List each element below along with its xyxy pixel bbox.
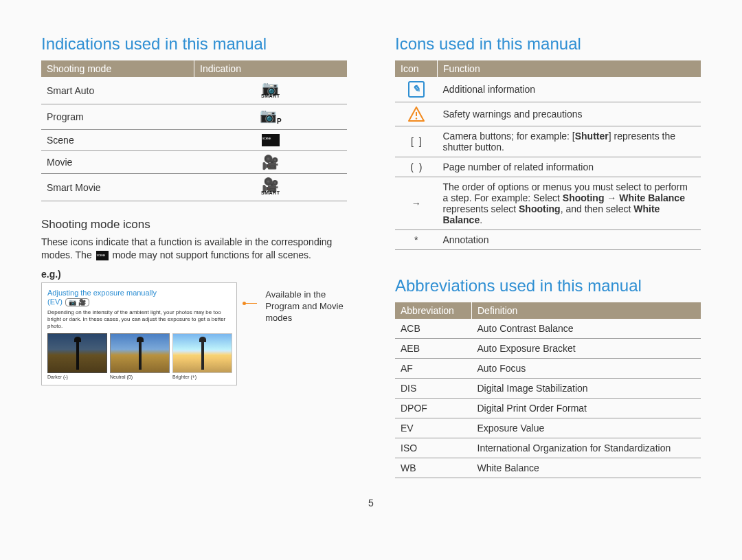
table-abbreviations: Abbreviation Definition ACBAuto Contrast… — [395, 302, 701, 478]
abbr: AF — [395, 359, 472, 379]
th-icon: Icon — [395, 60, 438, 77]
abbr-def: Auto Contrast Balance — [472, 319, 701, 339]
example-ev: (EV) — [47, 298, 63, 306]
abbr-def: Exposure Value — [472, 418, 701, 438]
mode-name: Program — [41, 104, 194, 130]
subheading-mode-icons: Shooting mode icons — [41, 218, 347, 232]
abbr: WB — [395, 458, 472, 478]
table-icons: Icon Function ✎ Additional information S… — [395, 60, 701, 250]
mode-pill-icon: 📷 🎥 — [65, 298, 89, 306]
thumb-brighter — [172, 333, 232, 373]
thumb-darker — [47, 333, 107, 373]
movie-smart-icon: 🎥SMART — [194, 174, 348, 201]
svg-point-1 — [416, 117, 417, 119]
abbr: AEB — [395, 339, 472, 359]
abbr-def: Digital Image Stabilization — [472, 379, 701, 399]
scene-icon — [194, 130, 348, 151]
mode-name: Smart Auto — [41, 77, 194, 104]
icon-function: Additional information — [438, 77, 701, 102]
th-definition: Definition — [472, 302, 701, 319]
thumb-label: Neutral (0) — [110, 374, 168, 379]
info-icon: ✎ — [395, 77, 438, 102]
camera-p-icon: 📷P — [194, 104, 348, 130]
brackets-icon: [ ] — [395, 126, 438, 157]
star-icon: * — [395, 230, 438, 250]
abbr-def: Auto Focus — [472, 359, 701, 379]
abbr-def: Digital Print Order Format — [472, 399, 701, 418]
abbr-def: White Balance — [472, 458, 701, 478]
abbr: ISO — [395, 438, 472, 458]
example-description: Depending on the intensity of the ambien… — [47, 309, 231, 329]
movie-icon: 🎥 — [194, 151, 348, 174]
icon-function: Safety warnings and precautions — [438, 102, 701, 126]
warning-icon — [395, 102, 438, 126]
thumb-neutral — [110, 333, 170, 373]
table-shooting-modes: Shooting mode Indication Smart Auto 📷SMA… — [41, 60, 347, 201]
heading-icons: Icons used in this manual — [395, 34, 701, 54]
heading-abbreviations: Abbreviations used in this manual — [395, 276, 701, 295]
example-caption: Available in the Program and Movie modes — [265, 289, 347, 324]
mode-icons-description: These icons indicate that a function is … — [41, 236, 347, 262]
th-function: Function — [438, 60, 701, 77]
callout-connector — [245, 303, 257, 304]
icon-function: Page number of related information — [438, 157, 701, 177]
camera-smart-icon: 📷SMART — [194, 77, 348, 104]
parens-icon: ( ) — [395, 157, 438, 177]
arrow-icon: → — [395, 177, 438, 230]
abbr: ACB — [395, 319, 472, 339]
example-panel: Adjusting the exposure manually (EV) 📷 🎥… — [41, 282, 237, 385]
mode-name: Smart Movie — [41, 174, 194, 201]
example-title: Adjusting the exposure manually — [47, 289, 231, 298]
th-abbreviation: Abbreviation — [395, 302, 472, 319]
abbr: DPOF — [395, 399, 472, 418]
abbr: DIS — [395, 379, 472, 399]
scene-icon — [96, 251, 109, 260]
thumb-label: Brighter (+) — [172, 374, 231, 379]
thumb-label: Darker (-) — [47, 374, 106, 379]
abbr-def: International Organization for Standardi… — [472, 438, 701, 458]
abbr: EV — [395, 418, 472, 438]
abbr-def: Auto Exposure Bracket — [472, 339, 701, 359]
heading-indications: Indications used in this manual — [41, 34, 347, 54]
mode-name: Movie — [41, 151, 194, 174]
th-indication: Indication — [194, 60, 348, 77]
icon-function: Annotation — [438, 230, 701, 250]
th-shooting-mode: Shooting mode — [41, 60, 194, 77]
mode-name: Scene — [41, 130, 194, 151]
icon-function: The order of options or menus you must s… — [438, 177, 701, 230]
page-number: 5 — [0, 497, 742, 508]
icon-function: Camera buttons; for example: [Shutter] r… — [438, 126, 701, 157]
example-label: e.g.) — [41, 269, 347, 280]
